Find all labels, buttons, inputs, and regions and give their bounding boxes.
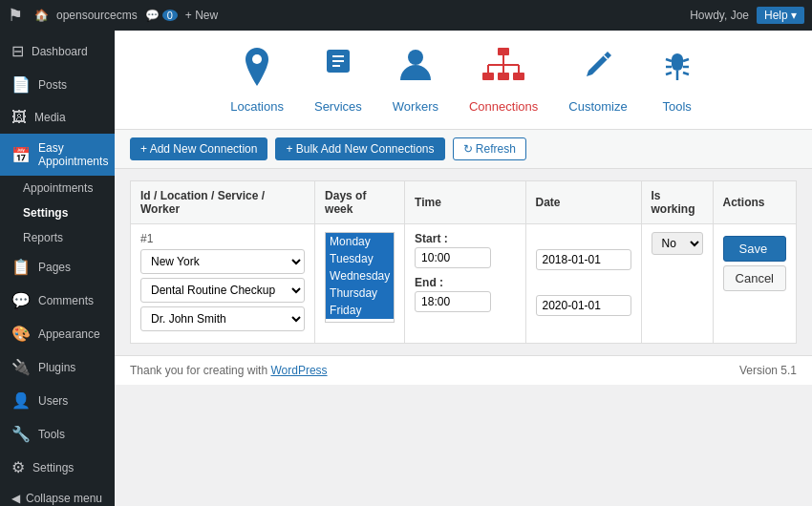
sidebar-item-easy-appointments[interactable]: 📅 Easy Appointments	[0, 134, 115, 176]
admin-bar: ⚑ 🏠 opensourcecms 💬 0 + New Howdy, Joe H…	[0, 0, 812, 31]
pages-icon: 📋	[11, 258, 31, 276]
collapse-menu[interactable]: ◀ Collapse menu	[0, 484, 115, 506]
sidebar-item-dashboard[interactable]: ⊟ Dashboard	[0, 34, 115, 68]
sidebar-item-users[interactable]: 👤 Users	[0, 384, 115, 417]
service-select[interactable]: Dental Routine Checkup	[140, 278, 305, 303]
location-icon	[238, 46, 276, 94]
bulk-add-connections-button[interactable]: + Bulk Add New Connections	[275, 137, 444, 160]
sidebar-item-plugins[interactable]: 🔌 Plugins	[0, 350, 115, 384]
nav-item-label: Locations	[230, 99, 284, 114]
refresh-button[interactable]: ↻ Refresh	[453, 137, 526, 160]
svg-rect-15	[672, 53, 683, 71]
nav-item-locations[interactable]: Locations	[230, 46, 284, 114]
connections-icon	[481, 46, 526, 94]
sub-item-reports[interactable]: Reports	[0, 225, 115, 250]
col-header-actions: Actions	[713, 181, 796, 224]
row-actions-cell: Save Cancel	[713, 224, 796, 344]
plugin-header: Locations Services	[115, 31, 812, 130]
sidebar-item-settings[interactable]: ⚙ Settings	[0, 451, 115, 484]
days-listbox[interactable]: Monday Tuesday Wednesday Thursday Friday…	[325, 232, 395, 323]
cancel-button[interactable]: Cancel	[723, 265, 786, 291]
table-container: Id / Location / Service / Worker Days of…	[115, 169, 812, 355]
workers-icon	[396, 46, 435, 94]
nav-item-workers[interactable]: Workers	[393, 46, 438, 114]
sidebar: ⊟ Dashboard 📄 Posts 🖼 Media 📅 Easy Appoi…	[0, 31, 115, 506]
worker-select[interactable]: Dr. John Smith	[140, 306, 305, 331]
col-header-date: Date	[525, 181, 641, 224]
location-select[interactable]: New York	[140, 249, 305, 274]
footer-text: Thank you for creating with WordPress	[130, 364, 328, 377]
media-icon: 🖼	[11, 109, 27, 126]
table-row: #1 New York Dental Routine Checkup Dr. J…	[131, 224, 797, 344]
sidebar-submenu: Appointments Settings Reports	[0, 176, 115, 250]
appearance-icon: 🎨	[11, 325, 31, 343]
connections-table: Id / Location / Service / Worker Days of…	[130, 180, 797, 344]
sidebar-item-tools[interactable]: 🔧 Tools	[0, 417, 115, 451]
site-home-icon[interactable]: 🏠	[34, 9, 49, 22]
svg-line-16	[666, 59, 672, 61]
svg-rect-6	[498, 48, 509, 55]
sidebar-item-appearance[interactable]: 🎨 Appearance	[0, 317, 115, 350]
end-time-input[interactable]	[415, 291, 491, 312]
tools-icon: 🔧	[11, 425, 31, 443]
svg-rect-2	[332, 55, 344, 57]
svg-rect-8	[498, 73, 509, 80]
nav-item-label: Workers	[393, 99, 438, 114]
start-time-input[interactable]	[415, 247, 491, 268]
users-icon: 👤	[11, 391, 31, 410]
row-date-cell	[525, 224, 641, 344]
nav-item-label: Services	[314, 99, 362, 114]
comment-icon: 💬	[145, 9, 160, 22]
nav-item-connections[interactable]: Connections	[469, 46, 538, 114]
actions-cell: Save Cancel	[723, 232, 786, 291]
save-button[interactable]: Save	[723, 236, 786, 262]
wp-logo-icon[interactable]: ⚑	[8, 5, 23, 26]
settings-icon: ⚙	[11, 458, 25, 476]
svg-line-17	[683, 59, 689, 61]
sidebar-item-media[interactable]: 🖼 Media	[0, 101, 115, 134]
howdy-text: Howdy, Joe	[690, 9, 749, 22]
version-text: Version 5.1	[739, 364, 797, 377]
is-working-select[interactable]: No Yes	[652, 232, 703, 255]
end-date-input[interactable]	[536, 295, 631, 316]
site-name[interactable]: opensourcecms	[56, 9, 138, 22]
comment-count: 0	[162, 10, 178, 21]
sidebar-item-comments[interactable]: 💬 Comments	[0, 284, 115, 317]
sub-item-settings[interactable]: Settings	[0, 200, 115, 225]
sidebar-item-label: Users	[38, 394, 68, 408]
col-header-days: Days of week	[315, 181, 405, 224]
nav-item-tools[interactable]: Tools	[658, 46, 696, 114]
svg-rect-7	[482, 73, 494, 80]
sidebar-item-label: Pages	[38, 261, 71, 274]
wordpress-link[interactable]: WordPress	[270, 364, 327, 377]
col-header-time: Time	[405, 181, 525, 224]
start-date-section	[536, 232, 631, 270]
start-date-input[interactable]	[536, 249, 631, 270]
sidebar-item-label: Comments	[38, 294, 94, 307]
tools-nav-icon	[658, 46, 696, 94]
easy-appointments-icon: 📅	[11, 146, 31, 164]
content-area: Locations Services	[115, 31, 812, 506]
add-new-connection-button[interactable]: + Add New Connection	[130, 137, 267, 160]
sidebar-item-label: Appearance	[38, 327, 100, 341]
nav-item-customize[interactable]: Customize	[568, 46, 627, 114]
end-date-section	[536, 278, 631, 316]
end-label: End :	[415, 276, 515, 289]
sub-item-appointments[interactable]: Appointments	[0, 176, 115, 200]
sidebar-item-posts[interactable]: 📄 Posts	[0, 68, 115, 101]
services-icon	[319, 46, 357, 94]
nav-item-label: Customize	[568, 99, 627, 114]
comments-link[interactable]: 💬 0	[145, 9, 178, 22]
customize-icon	[579, 46, 617, 94]
sidebar-item-pages[interactable]: 📋 Pages	[0, 250, 115, 284]
new-link[interactable]: + New	[185, 9, 218, 22]
wp-footer: Thank you for creating with WordPress Ve…	[115, 355, 812, 385]
help-button[interactable]: Help ▾	[757, 7, 804, 24]
row-number: #1	[140, 232, 305, 245]
sidebar-item-label: Posts	[38, 78, 67, 92]
nav-item-services[interactable]: Services	[314, 46, 362, 114]
svg-line-20	[666, 73, 672, 74]
sidebar-item-label: Easy Appointments	[38, 141, 108, 168]
end-time-section: End :	[415, 276, 515, 312]
main-layout: ⊟ Dashboard 📄 Posts 🖼 Media 📅 Easy Appoi…	[0, 31, 812, 506]
